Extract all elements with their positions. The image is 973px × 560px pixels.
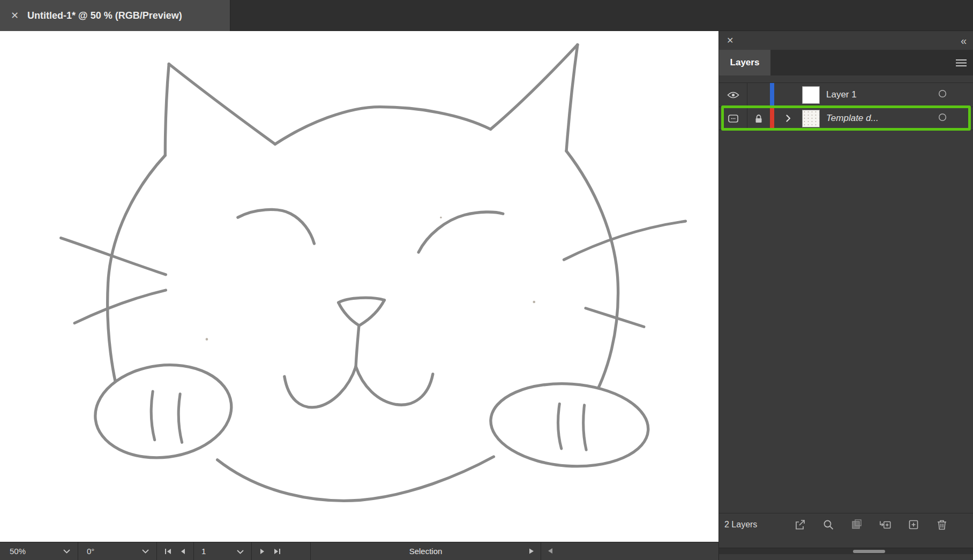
artboard-dropdown-icon[interactable] — [237, 547, 244, 556]
expand-cell — [774, 83, 802, 107]
layer-count-label: 2 Layers — [724, 520, 757, 529]
tab-close-icon[interactable]: ✕ — [11, 11, 19, 20]
zoom-level: 50% — [10, 547, 26, 556]
clipping-mask-icon[interactable] — [851, 519, 863, 531]
new-sublayer-icon[interactable] — [879, 519, 891, 531]
cat-paws — [90, 357, 651, 471]
layer-name[interactable]: Layer 1 — [826, 89, 857, 100]
lock-toggle[interactable] — [747, 83, 770, 107]
layers-panel-footer: 2 Layers — [719, 513, 973, 535]
cat-face-features — [238, 209, 503, 407]
status-menu-arrow-icon[interactable] — [529, 547, 534, 556]
chevron-right-icon — [786, 115, 791, 122]
eye-icon — [727, 91, 739, 99]
lock-toggle[interactable] — [747, 107, 770, 130]
layer-row-template[interactable]: Template d... — [719, 107, 973, 130]
panel-horizontal-scrollbar[interactable] — [719, 548, 973, 554]
artboard-canvas[interactable] — [0, 31, 718, 542]
tab-layers[interactable]: Layers — [719, 50, 770, 75]
last-artboard-icon[interactable] — [273, 548, 281, 555]
sketch-specks — [206, 216, 535, 340]
first-artboard-icon[interactable] — [164, 548, 172, 555]
zoom-control[interactable]: 50% — [0, 542, 78, 560]
panel-close-icon[interactable]: ✕ — [727, 36, 734, 45]
layer-thumbnail[interactable] — [802, 110, 820, 127]
canvas-horizontal-scrollbar[interactable] — [541, 542, 718, 560]
tool-status: Selection — [409, 547, 443, 556]
layers-list: Layer 1 — [719, 82, 973, 130]
scrollbar-thumb[interactable] — [853, 550, 885, 553]
template-toggle[interactable] — [719, 107, 747, 130]
status-bar: 50% 0° 1 — [0, 542, 718, 560]
panel-tab-row: Layers — [719, 50, 973, 75]
layer-color-stripe — [770, 83, 774, 107]
rotation-value: 0° — [87, 547, 94, 556]
rotation-dropdown-icon[interactable] — [142, 549, 149, 554]
template-layer-icon — [728, 115, 738, 123]
panel-top-bar: ✕ « — [719, 31, 973, 50]
artboard-number: 1 — [201, 547, 209, 556]
next-artboard-icon[interactable] — [259, 548, 266, 555]
rotation-control[interactable]: 0° — [78, 542, 157, 560]
layer-thumbnail[interactable] — [802, 86, 820, 104]
artboard-navigation: 1 — [157, 542, 311, 560]
cat-sketch-drawing — [0, 31, 718, 542]
collect-export-icon[interactable] — [794, 519, 806, 531]
illustrator-window: ✕ Untitled-1* @ 50 % (RGB/Preview) — [0, 0, 973, 560]
locate-object-icon[interactable] — [822, 519, 834, 531]
visibility-toggle[interactable] — [719, 83, 747, 107]
new-layer-icon[interactable] — [908, 519, 919, 531]
scroll-left-icon[interactable] — [548, 547, 553, 556]
document-title: Untitled-1* @ 50 % (RGB/Preview) — [27, 10, 182, 21]
layer-name[interactable]: Template d... — [826, 113, 879, 124]
target-circle-icon[interactable] — [938, 89, 947, 100]
target-circle-icon[interactable] — [938, 113, 947, 124]
panel-menu-icon[interactable] — [956, 50, 967, 75]
layer-row-layer-1[interactable]: Layer 1 — [719, 83, 973, 107]
collapse-panel-icon[interactable]: « — [961, 35, 965, 46]
document-tab-bar: ✕ Untitled-1* @ 50 % (RGB/Preview) — [0, 0, 973, 31]
cat-whiskers — [61, 221, 686, 327]
previous-artboard-icon[interactable] — [179, 548, 186, 555]
layer-color-stripe — [770, 107, 774, 130]
layers-panel: ✕ « Layers — [718, 31, 973, 560]
delete-layer-icon[interactable] — [936, 519, 948, 531]
artboard-number-field[interactable]: 1 — [193, 542, 252, 560]
lock-icon — [755, 114, 762, 123]
document-tab[interactable]: ✕ Untitled-1* @ 50 % (RGB/Preview) — [0, 0, 230, 31]
tool-status-section: Selection — [311, 542, 541, 560]
expand-toggle[interactable] — [774, 107, 802, 130]
zoom-dropdown-icon[interactable] — [63, 549, 70, 554]
